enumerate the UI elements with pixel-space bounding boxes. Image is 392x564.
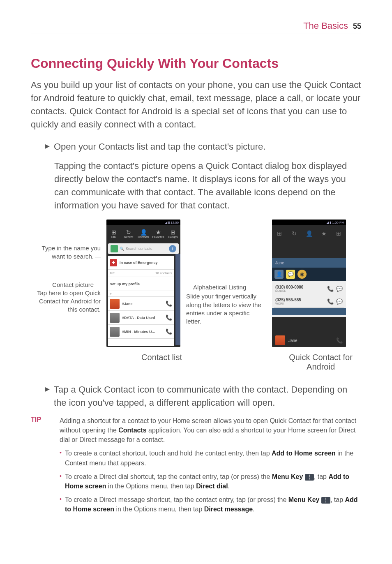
call-icon[interactable]: 📞 — [336, 337, 343, 344]
step-2: ▶ Tap a Quick Contact icon to communicat… — [45, 383, 361, 409]
phone-row-work: (025) 555-555 WORK 📞 💬 — [274, 295, 344, 308]
search-row[interactable]: 🔍 Search contacts + — [108, 243, 179, 254]
bullet-dot-icon: • — [60, 495, 62, 514]
menu-key-icon — [305, 474, 314, 481]
search-icon: 🔍 — [120, 247, 124, 251]
call-icon[interactable]: 📞 — [166, 328, 172, 335]
contact-avatar[interactable] — [110, 299, 120, 309]
phone-row-mobile: (010) 000-0000 MOBILE 📞 💬 — [274, 282, 344, 295]
setup-profile-row[interactable]: Set up my profile — [108, 277, 174, 291]
step-1-text: Open your Contacts list and tap the cont… — [54, 140, 265, 153]
picture-callout-title: Contact picture — [52, 281, 94, 288]
tab-groups[interactable]: ⊞Groups — [166, 229, 180, 238]
me-row: ME10 contacts — [108, 270, 174, 277]
figure-row: Type in the name you want to search. Con… — [31, 220, 361, 347]
alpha-callout-desc: Slide your finger vertically along the l… — [186, 292, 266, 326]
contact-avatar[interactable] — [110, 313, 120, 323]
signal-icon: ◢ — [326, 221, 329, 224]
captions: Contact list Quick Contact for Android — [31, 353, 361, 372]
quick-contact-name: Jane — [272, 258, 346, 268]
tip-bullet-3: • To create a Direct message shortcut, t… — [60, 495, 361, 514]
step-1: ▶ Open your Contacts list and tap the co… — [45, 140, 361, 153]
add-contact-button[interactable]: + — [169, 245, 176, 252]
picture-callout-desc: Tap here to open Quick Contact for Andro… — [37, 289, 101, 313]
left-callouts: Type in the name you want to search. Con… — [31, 220, 101, 326]
caption-right: Quick Contact for Android — [280, 353, 361, 372]
status-bar: ◢ ▮ 12:00 — [106, 220, 180, 225]
battery-icon: ▮ — [330, 221, 331, 224]
quick-contact-screenshot: ◢ ▮ 1:00 PM ⊞ ↻ 👤 ★ ⊞ Jane 👤 💬 ◉ (010) 0… — [272, 220, 346, 347]
mid-callouts: Alphabetical Listing Slide your finger v… — [186, 220, 266, 326]
contact-avatar[interactable] — [275, 335, 285, 345]
tip-bullet-1: • To create a contact shortcut, touch an… — [60, 448, 361, 467]
sms-icon[interactable]: 💬 — [336, 286, 343, 292]
search-avatar — [111, 245, 118, 252]
talk-icon[interactable]: 💬 — [286, 270, 295, 279]
header-divider: The Basics 55 — [31, 21, 361, 33]
section-title: The Basics — [303, 21, 348, 31]
quick-contact-actions: 👤 💬 ◉ — [272, 268, 346, 281]
tab-favorites[interactable]: ★Favorites — [151, 229, 166, 238]
clock: 12:00 — [171, 221, 179, 224]
tabs: ⊞Dial ↻Recent 👤Contacts ★Favorites ⊞Grou… — [106, 225, 180, 242]
signal-icon: ◢ — [165, 221, 167, 224]
tip-block: TIP Adding a shortcut for a contact to y… — [31, 416, 361, 518]
min-row[interactable]: #MIN - Minutes U... 📞 — [108, 325, 174, 339]
tab-contacts[interactable]: 👤Contacts — [136, 229, 151, 238]
search-placeholder: Search contacts — [126, 247, 152, 251]
tip-label: TIP — [31, 416, 51, 518]
tip-intro: Adding a shortcut for a contact to your … — [60, 416, 361, 445]
contact-avatar[interactable] — [110, 327, 120, 337]
step-2-text: Tap a Quick Contact icon to communicate … — [54, 383, 361, 409]
bottom-contact-row: Jane 📞 — [272, 334, 346, 347]
step-1-detail: Tapping the contact's picture opens a Qu… — [54, 159, 361, 212]
bullet-dot-icon: • — [60, 448, 62, 467]
bullet-icon: ▶ — [45, 143, 50, 153]
star-icon: ★ — [151, 229, 166, 236]
page-title: Connecting Quickly With Your Contacts — [31, 56, 361, 71]
battery-icon: ▮ — [168, 221, 170, 224]
call-icon[interactable]: 📞 — [166, 300, 172, 307]
call-icon[interactable]: 📞 — [166, 314, 172, 321]
data-row[interactable]: #DATA - Data Used 📞 — [108, 311, 174, 325]
sms-icon[interactable]: 💬 — [336, 298, 343, 305]
bullet-dot-icon: • — [60, 472, 62, 491]
contact-list: ✚ In case of Emergency ME10 contacts Set… — [108, 256, 174, 346]
bottom-name: Jane — [288, 338, 297, 343]
page-number: 55 — [353, 22, 361, 31]
dialpad-icon: ⊞ — [106, 229, 121, 236]
search-callout: Type in the name you want to search. — [42, 245, 101, 260]
bullet-icon: ▶ — [45, 386, 50, 409]
sep-row: # — [108, 291, 174, 297]
ice-label: In case of Emergency — [120, 261, 158, 265]
tabs-dimmed: ⊞ ↻ 👤 ★ ⊞ — [272, 225, 346, 242]
alpha-scrollbar[interactable] — [175, 254, 180, 345]
ice-row[interactable]: ✚ In case of Emergency — [108, 256, 174, 270]
quick-contact-details: (010) 000-0000 MOBILE 📞 💬 (025) 555-555 … — [272, 281, 346, 317]
groups-icon: ⊞ — [166, 229, 180, 236]
tip-bullet-2: • To create a Direct dial shortcut, tap … — [60, 472, 361, 491]
recent-icon: ↻ — [121, 229, 136, 236]
call-icon[interactable]: 📞 — [327, 298, 334, 305]
contacts-icon: 👤 — [136, 229, 151, 236]
tab-recent[interactable]: ↻Recent — [121, 229, 136, 238]
alpha-callout-title: Alphabetical Listing — [193, 284, 246, 291]
chrome-icon[interactable]: ◉ — [297, 270, 307, 279]
jane-row[interactable]: #Jane 📞 — [108, 297, 174, 311]
profile-icon[interactable]: 👤 — [274, 270, 284, 279]
caption-left: Contact list — [125, 353, 198, 372]
tab-dial[interactable]: ⊞Dial — [106, 229, 121, 238]
ice-icon: ✚ — [110, 259, 117, 266]
menu-key-icon — [321, 497, 330, 504]
intro-paragraph: As you build up your list of contacts on… — [31, 79, 361, 131]
contact-list-screenshot: ◢ ▮ 12:00 ⊞Dial ↻Recent 👤Contacts ★Favor… — [106, 220, 180, 347]
clock: 1:00 PM — [332, 221, 344, 224]
call-icon[interactable]: 📞 — [327, 286, 334, 292]
status-bar: ◢ ▮ 1:00 PM — [272, 220, 346, 225]
qc-strip — [272, 308, 346, 315]
